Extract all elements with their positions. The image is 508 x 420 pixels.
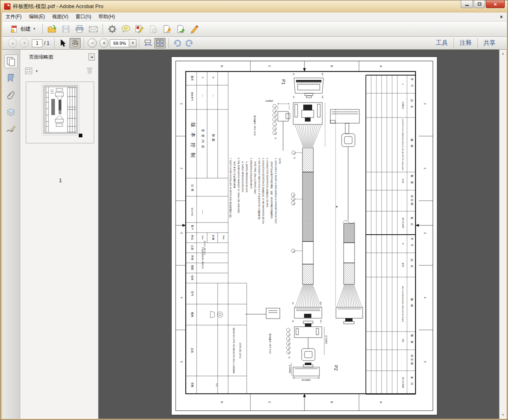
border-letter: C bbox=[268, 401, 271, 403]
drawing-text: 公差 bbox=[191, 245, 194, 251]
dim-680ref: 6.80REF bbox=[265, 100, 273, 102]
page-thumbnails-tab[interactable] bbox=[4, 55, 18, 68]
minimize-button[interactable] bbox=[461, 0, 473, 8]
rev-newversion-value: 新版 bbox=[212, 134, 215, 143]
arrow-down-icon: ▼ bbox=[23, 41, 27, 45]
border-number: 1 bbox=[180, 103, 183, 105]
attachments-tab[interactable] bbox=[4, 88, 18, 102]
pin-a37: A37 bbox=[320, 302, 322, 305]
border-number: 3 bbox=[424, 232, 426, 234]
export-document-button[interactable] bbox=[174, 23, 187, 35]
tb-model-label: 型号 bbox=[191, 291, 194, 297]
thumbnail-options-button[interactable]: ▼ bbox=[25, 67, 38, 75]
bom-spec: MCIO 8X RA HOUSING, PA66+30%GF, BLACK bbox=[402, 286, 404, 322]
document-pane[interactable]: DDCCBBAA1122334455版本更改单号A—B—版本控制变更内容新版日期… bbox=[99, 50, 499, 419]
page-1-thumbnail[interactable]: 1 bbox=[26, 82, 94, 143]
close-button[interactable]: × bbox=[486, 0, 505, 8]
highlight-text-button[interactable]: T bbox=[133, 23, 146, 35]
bom-header: 供应商 bbox=[411, 355, 414, 366]
drawing-text: 单位 bbox=[191, 235, 194, 241]
bom-header: 供应商 bbox=[411, 195, 414, 207]
tb-partcode-value: (3.05.192.1141) bbox=[239, 343, 241, 359]
create-button[interactable]: 创建 ▼ bbox=[6, 23, 40, 35]
svg-text:T: T bbox=[137, 27, 139, 29]
vertical-scrollbar[interactable]: ▲ ▼ bbox=[499, 50, 506, 419]
thumbnail-page-number: 1 bbox=[26, 177, 94, 183]
title-bar[interactable]: 样板图纸-模型.pdf - Adobe Acrobat Pro × bbox=[0, 0, 508, 13]
bookmarks-tab[interactable] bbox=[4, 71, 18, 85]
select-tool-button[interactable] bbox=[57, 38, 69, 48]
pin-b1: B1 bbox=[292, 320, 294, 323]
restore-button[interactable] bbox=[474, 0, 485, 8]
zoom-out-button[interactable]: − bbox=[88, 38, 97, 48]
pin-b37: B37 bbox=[321, 96, 323, 99]
print-button[interactable] bbox=[73, 23, 86, 35]
pin-b1: B1 bbox=[293, 96, 295, 99]
signatures-tab[interactable] bbox=[4, 122, 18, 136]
callout-number: 11 bbox=[288, 347, 290, 349]
page-count-label: / 1 bbox=[44, 40, 49, 46]
bom-header: 数量 bbox=[411, 334, 414, 347]
attach-button[interactable] bbox=[147, 23, 160, 35]
comment-panel-button[interactable]: 注释 bbox=[454, 38, 477, 48]
menu-window[interactable]: 窗口(\\) bbox=[72, 12, 95, 21]
pages-icon bbox=[6, 57, 15, 66]
tools-panel-button[interactable]: 工具 bbox=[430, 38, 453, 48]
pdf-page[interactable]: DDCCBBAA1122334455版本更改单号A—B—版本控制变更内容新版日期… bbox=[172, 57, 437, 415]
fit-page-button[interactable] bbox=[154, 38, 166, 48]
thumbnail-resize-handle[interactable] bbox=[79, 134, 82, 137]
title-block-grid bbox=[186, 71, 247, 394]
bookmark-icon bbox=[7, 74, 15, 83]
zoom-dropdown-button[interactable]: ▼ bbox=[129, 39, 136, 47]
border-number: 1 bbox=[424, 103, 426, 105]
layers-tab[interactable] bbox=[4, 105, 18, 119]
scroll-up-arrow[interactable]: ▲ bbox=[500, 50, 506, 57]
bom-header: 序号 bbox=[411, 78, 414, 90]
hand-tool-button[interactable] bbox=[69, 38, 81, 48]
tb-partname-label: 品名 bbox=[191, 348, 194, 353]
menu-view[interactable]: 视图(V) bbox=[48, 12, 72, 21]
bom-no: 1 bbox=[402, 84, 404, 85]
zoom-level-input[interactable]: 69.9% bbox=[110, 39, 129, 47]
fit-width-button[interactable] bbox=[142, 38, 153, 48]
save-button[interactable] bbox=[59, 23, 72, 35]
note-line: b. CABLE IMPEDANCE:85±10% bbox=[241, 162, 244, 192]
comment-button[interactable] bbox=[120, 23, 132, 35]
page-number-input[interactable]: 1 bbox=[32, 39, 42, 47]
previous-page-button[interactable]: ▲ bbox=[8, 38, 17, 48]
email-button[interactable] bbox=[87, 23, 100, 35]
drawing-text: — bbox=[202, 94, 204, 97]
engineering-drawing: DDCCBBAA1122334455版本更改单号A—B—版本控制变更内容新版日期… bbox=[172, 57, 437, 415]
tb-view-label: 视角 bbox=[191, 312, 194, 317]
callout-suffix: *2 bbox=[274, 137, 277, 139]
menu-file[interactable]: 文件(F) bbox=[2, 12, 25, 21]
paperclip-icon bbox=[6, 90, 15, 100]
border-letter: B bbox=[330, 65, 333, 67]
rotate-counterclockwise-button[interactable] bbox=[184, 38, 195, 48]
rotate-clockwise-button[interactable] bbox=[172, 38, 183, 48]
bom-header: 规格 bbox=[410, 298, 414, 311]
callout-number: 11 bbox=[274, 128, 276, 130]
minus-icon: − bbox=[91, 40, 94, 46]
scroll-down-arrow[interactable]: ▼ bbox=[500, 412, 506, 418]
settings-button[interactable] bbox=[106, 23, 119, 35]
menu-edit[interactable]: 编辑(E) bbox=[25, 12, 48, 21]
dim-1160ref: 11.60REF bbox=[289, 365, 291, 374]
toolbar-close-icon[interactable]: × bbox=[500, 14, 503, 20]
sign-button[interactable] bbox=[188, 23, 201, 35]
border-letter: D bbox=[220, 401, 223, 403]
delete-pages-button[interactable] bbox=[86, 66, 93, 76]
drawing-text: B bbox=[212, 77, 214, 78]
rev-version-label: 版本 bbox=[191, 76, 194, 82]
collapse-panel-button[interactable]: ◄ bbox=[88, 53, 95, 61]
next-page-button[interactable]: ▼ bbox=[20, 38, 29, 48]
open-button[interactable] bbox=[46, 23, 59, 35]
callout-number: 13 bbox=[293, 203, 295, 205]
menu-help[interactable]: 帮助(H) bbox=[95, 12, 119, 21]
share-panel-button[interactable]: 共享 bbox=[478, 38, 501, 48]
border-number: 5 bbox=[424, 361, 426, 363]
rev-changeno-label: 更改单号 bbox=[191, 92, 193, 101]
drawing-text: A bbox=[202, 77, 204, 78]
zoom-in-button[interactable]: + bbox=[99, 38, 109, 48]
forward-document-button[interactable] bbox=[161, 23, 174, 35]
